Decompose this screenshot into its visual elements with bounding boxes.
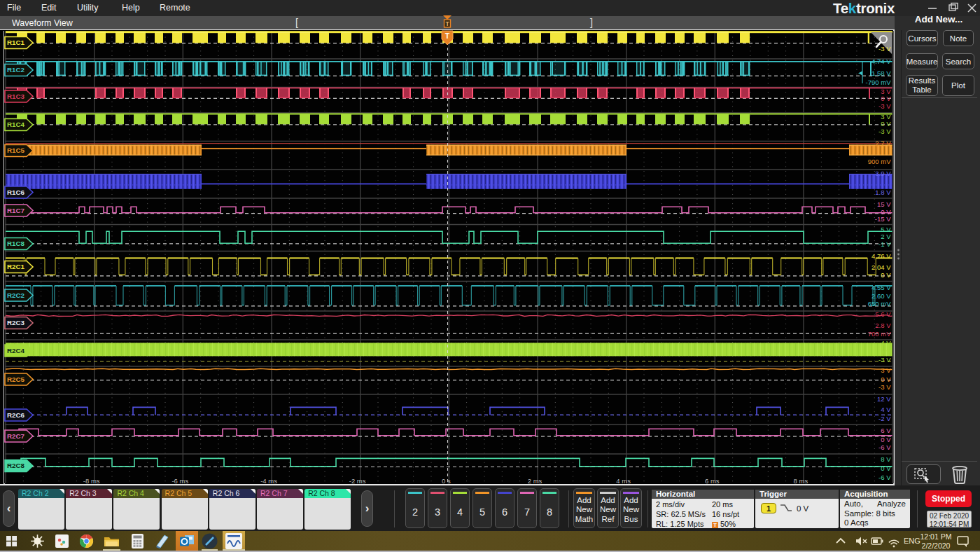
svg-text:1.8 V: 1.8 V xyxy=(875,188,891,196)
svg-text:6 V: 6 V xyxy=(881,427,891,434)
svg-text:0 s: 0 s xyxy=(442,477,451,485)
svg-text:-3 V: -3 V xyxy=(878,127,891,135)
svg-text:-6 V: -6 V xyxy=(878,443,891,451)
svg-text:T: T xyxy=(445,32,450,40)
svg-text:2 V: 2 V xyxy=(881,233,891,240)
svg-text:700 mV: 700 mV xyxy=(868,330,891,338)
svg-text:-2 ms: -2 ms xyxy=(349,477,366,485)
svg-text:0 V: 0 V xyxy=(881,120,891,127)
svg-text:R2C2: R2C2 xyxy=(7,291,25,299)
svg-text:2.8 V: 2.8 V xyxy=(875,322,891,329)
svg-text:3.9 V: 3.9 V xyxy=(875,170,891,177)
svg-text:R2C3: R2C3 xyxy=(7,319,25,326)
svg-text:0 V: 0 V xyxy=(881,436,891,443)
svg-text:-1 V: -1 V xyxy=(878,240,891,248)
svg-text:-8 ms: -8 ms xyxy=(83,477,100,485)
svg-text:4 V: 4 V xyxy=(881,406,891,413)
svg-text:R2C7: R2C7 xyxy=(7,432,25,440)
svg-text:8 ms: 8 ms xyxy=(794,477,808,485)
svg-text:R1C3: R1C3 xyxy=(7,92,25,100)
svg-text:8 V: 8 V xyxy=(881,455,891,463)
svg-text:2 ms: 2 ms xyxy=(528,477,542,485)
svg-text:R1C5: R1C5 xyxy=(7,146,25,154)
svg-text:-15 V: -15 V xyxy=(875,215,891,223)
svg-text:0 V: 0 V xyxy=(881,375,891,383)
svg-text:4.76 V: 4.76 V xyxy=(872,252,891,260)
svg-text:R2C8: R2C8 xyxy=(7,462,25,469)
svg-text:4.74 V: 4.74 V xyxy=(872,57,891,65)
svg-text:0 V: 0 V xyxy=(881,348,891,356)
svg-text:R1C2: R1C2 xyxy=(7,66,25,74)
svg-text:R1C4: R1C4 xyxy=(7,120,25,128)
svg-text:6 ms: 6 ms xyxy=(705,477,720,485)
svg-text:0 V: 0 V xyxy=(881,208,891,216)
svg-text:-2 V: -2 V xyxy=(878,415,891,422)
svg-text:T: T xyxy=(445,20,449,27)
svg-text:R1C1: R1C1 xyxy=(7,39,25,46)
svg-text:3 V: 3 V xyxy=(881,366,891,374)
svg-text:0 V: 0 V xyxy=(881,271,891,279)
svg-text:-3 V: -3 V xyxy=(878,383,891,391)
svg-text:R2C6: R2C6 xyxy=(7,411,25,419)
svg-text:R1C8: R1C8 xyxy=(7,240,25,247)
svg-text:1.58 V: 1.58 V xyxy=(872,69,891,77)
svg-text:R1C7: R1C7 xyxy=(7,207,25,214)
svg-text:900 mV: 900 mV xyxy=(868,158,891,165)
svg-text:R1C6: R1C6 xyxy=(7,188,25,196)
svg-text:R2C5: R2C5 xyxy=(7,375,25,383)
svg-text:-6 V: -6 V xyxy=(878,474,891,481)
svg-text:650 mV: 650 mV xyxy=(868,300,891,308)
svg-text:R2C1: R2C1 xyxy=(7,263,25,270)
svg-text:2.60 V: 2.60 V xyxy=(872,292,891,300)
svg-text:4.55 V: 4.55 V xyxy=(872,284,891,291)
svg-text:-6 ms: -6 ms xyxy=(172,477,188,485)
svg-text:12 V: 12 V xyxy=(877,395,891,403)
svg-text:-3 V: -3 V xyxy=(878,102,891,110)
svg-text:R2C4: R2C4 xyxy=(7,347,25,354)
svg-text:4 ms: 4 ms xyxy=(616,477,631,485)
svg-text:4 V: 4 V xyxy=(881,339,891,347)
svg-text:2.04 V: 2.04 V xyxy=(872,263,891,271)
svg-text:2.7 V: 2.7 V xyxy=(875,139,891,147)
svg-text:-3 V: -3 V xyxy=(878,356,891,364)
svg-text:-4 ms: -4 ms xyxy=(260,477,277,485)
svg-text:0 V: 0 V xyxy=(881,95,891,102)
svg-text:-790 mV: -790 mV xyxy=(866,78,892,86)
svg-text:15 V: 15 V xyxy=(877,200,891,208)
svg-text:5.6 V: 5.6 V xyxy=(875,310,891,318)
svg-text:0 V: 0 V xyxy=(881,464,891,472)
svg-text:-3 V: -3 V xyxy=(878,45,891,53)
